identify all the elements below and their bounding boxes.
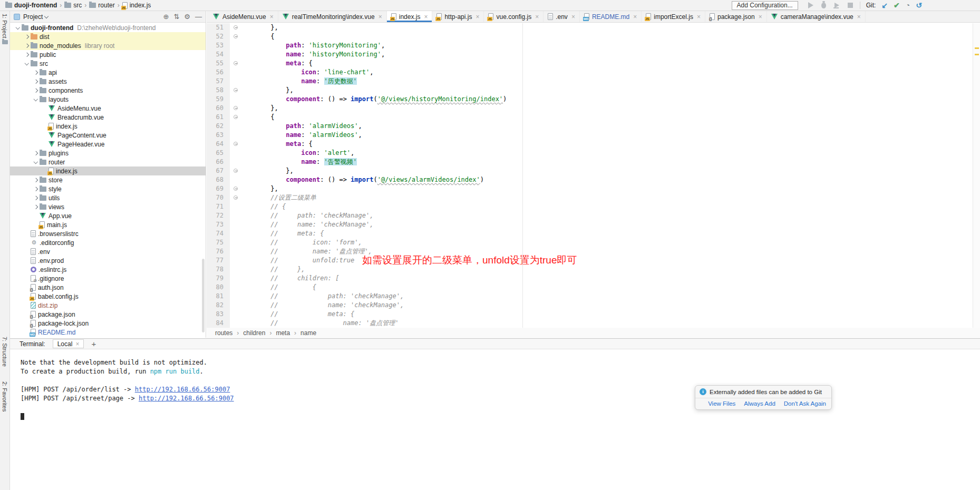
code-line-60[interactable]: 60 }, bbox=[207, 104, 980, 113]
chevron-down-icon[interactable] bbox=[44, 15, 48, 19]
code-line-53[interactable]: 53 path: 'historyMonitoring', bbox=[207, 41, 980, 50]
tree-item-plugins[interactable]: plugins bbox=[10, 149, 206, 158]
collapse-icon[interactable]: ⇅ bbox=[173, 13, 179, 20]
debug-icon[interactable] bbox=[820, 2, 828, 9]
chevron-right-icon[interactable] bbox=[32, 193, 40, 202]
code-line-77[interactable]: 77 // unfold:true如需设置展开的二级菜单，unfold设置为tr… bbox=[207, 256, 980, 265]
close-icon[interactable]: × bbox=[75, 340, 79, 348]
tool-window-button-structure[interactable]: 7: Structure bbox=[0, 337, 9, 367]
breadcrumb-item-router[interactable]: router bbox=[89, 2, 114, 9]
notification-action-don-t-ask-again[interactable]: Don't Ask Again bbox=[784, 400, 826, 407]
chevron-right-icon[interactable] bbox=[23, 41, 31, 50]
editor-tab-env[interactable]: .env× bbox=[544, 11, 580, 22]
breadcrumb-item-src[interactable]: src bbox=[64, 2, 82, 9]
tree-item-auth-json[interactable]: {}auth.json bbox=[10, 283, 206, 292]
tree-item-pageheader-vue[interactable]: PageHeader.vue bbox=[10, 140, 206, 149]
editor-error-stripe[interactable] bbox=[973, 23, 980, 328]
git-revert-icon[interactable]: ↺ bbox=[916, 2, 922, 9]
tree-item-node-modules[interactable]: node_moduleslibrary root bbox=[10, 41, 206, 50]
code-line-61[interactable]: 61 { bbox=[207, 113, 980, 122]
code-line-79[interactable]: 79 // children: [ bbox=[207, 274, 980, 283]
tree-item-duoji-frontend[interactable]: duoji-frontendD:\zheheWeb\duoji-frontend bbox=[10, 23, 206, 32]
code-line-67[interactable]: 67 }, bbox=[207, 166, 980, 175]
code-line-66[interactable]: 66 name: '告警视频' bbox=[207, 158, 980, 166]
close-icon[interactable]: × bbox=[697, 13, 701, 21]
code-line-52[interactable]: 52 { bbox=[207, 32, 980, 41]
code-line-68[interactable]: 68 component: () => import('@/views/alar… bbox=[207, 175, 980, 184]
code-line-57[interactable]: 57 name: '历史数据' bbox=[207, 77, 980, 86]
tree-item-dist-zip[interactable]: dist.zip bbox=[10, 301, 206, 310]
tree-item-app-vue[interactable]: App.vue bbox=[10, 211, 206, 220]
locate-icon[interactable]: ⊕ bbox=[163, 13, 169, 20]
tree-item-browserslistrc[interactable]: .browserslistrc bbox=[10, 229, 206, 238]
tree-item-env-prod[interactable]: .env.prod bbox=[10, 256, 206, 265]
chevron-down-icon[interactable] bbox=[23, 59, 31, 68]
terminal-link[interactable]: http://192.168.66.56:9007 bbox=[135, 386, 230, 393]
tree-item-src[interactable]: src bbox=[10, 59, 206, 68]
chevron-right-icon[interactable] bbox=[32, 175, 40, 184]
tree-item-store[interactable]: store bbox=[10, 175, 206, 184]
code-line-72[interactable]: 72 // path: 'checkManage', bbox=[207, 211, 980, 220]
editor-tab-asidemenu-vue[interactable]: AsideMenu.vue× bbox=[209, 11, 278, 22]
editor-tab-http-api-js[interactable]: JShttp-api.js× bbox=[432, 11, 484, 22]
breadcrumb-item-duoji-frontend[interactable]: duoji-frontend bbox=[5, 2, 57, 9]
warning-mark[interactable] bbox=[975, 47, 979, 49]
code-editor[interactable]: 51 },52 {53 path: 'historyMonitoring',54… bbox=[207, 23, 980, 328]
notification-action-view-files[interactable]: View Files bbox=[708, 400, 735, 407]
tree-item-package-lock-json[interactable]: {}package-lock.json bbox=[10, 319, 206, 328]
project-tree-scrollbar[interactable] bbox=[202, 259, 205, 332]
chevron-right-icon[interactable] bbox=[32, 68, 40, 77]
chevron-down-icon[interactable] bbox=[32, 95, 40, 104]
tree-item-style[interactable]: style bbox=[10, 184, 206, 193]
close-icon[interactable]: × bbox=[535, 13, 539, 21]
tree-item-layouts[interactable]: layouts bbox=[10, 95, 206, 104]
close-icon[interactable]: × bbox=[424, 13, 428, 21]
code-line-76[interactable]: 76 // name: '盘点管理', bbox=[207, 247, 980, 256]
tree-item-asidemenu-vue[interactable]: AsideMenu.vue bbox=[10, 104, 206, 113]
chevron-down-icon[interactable] bbox=[32, 158, 40, 166]
tree-item-pagecontent-vue[interactable]: PageContent.vue bbox=[10, 131, 206, 140]
editor-tab-realtimemonitoring-index-vue[interactable]: realTimeMonitoring\index.vue× bbox=[278, 11, 387, 22]
code-line-51[interactable]: 51 }, bbox=[207, 23, 980, 32]
code-line-70[interactable]: 70 //设置二级菜单 bbox=[207, 193, 980, 202]
code-breadcrumb-meta[interactable]: meta bbox=[276, 329, 290, 337]
editor-tab-index-js[interactable]: JSindex.js× bbox=[387, 11, 433, 22]
code-line-65[interactable]: 65 icon: 'alert', bbox=[207, 149, 980, 158]
code-breadcrumb-name[interactable]: name bbox=[300, 329, 316, 337]
close-icon[interactable]: × bbox=[571, 13, 575, 21]
code-line-58[interactable]: 58 }, bbox=[207, 86, 980, 95]
fold-marker[interactable] bbox=[230, 166, 244, 175]
code-line-83[interactable]: 83 // meta: { bbox=[207, 310, 980, 319]
tree-item-editorconfig[interactable]: ⚙.editorconfig bbox=[10, 238, 206, 247]
fold-marker[interactable] bbox=[230, 104, 244, 113]
tree-item-gitignore[interactable]: ⊘.gitignore bbox=[10, 274, 206, 283]
chevron-right-icon[interactable] bbox=[23, 32, 31, 41]
code-line-63[interactable]: 63 name: 'alarmVideos', bbox=[207, 131, 980, 140]
add-configuration-button[interactable]: Add Configuration... bbox=[732, 1, 798, 10]
code-line-82[interactable]: 82 // name: 'checkManage', bbox=[207, 301, 980, 310]
code-line-84[interactable]: 84 // name: '盘点管理' bbox=[207, 319, 980, 328]
code-line-81[interactable]: 81 // path: 'checkManage', bbox=[207, 292, 980, 301]
tree-item-breadcrumb-vue[interactable]: Breadcrumb.vue bbox=[10, 113, 206, 122]
tree-item-readme-md[interactable]: MDREADME.md bbox=[10, 328, 206, 337]
git-update-icon[interactable]: ↙ bbox=[881, 2, 888, 9]
warning-mark[interactable] bbox=[975, 54, 979, 55]
tree-item-main-js[interactable]: JSmain.js bbox=[10, 220, 206, 229]
terminal-link[interactable]: http://192.168.66.56:9007 bbox=[139, 395, 234, 402]
terminal-tab-local[interactable]: Local × bbox=[53, 339, 84, 348]
editor-tab-vue-config-js[interactable]: JSvue.config.js× bbox=[484, 11, 544, 22]
code-line-69[interactable]: 69 }, bbox=[207, 184, 980, 193]
code-breadcrumb-routes[interactable]: routes bbox=[215, 329, 232, 337]
tree-item-index-js[interactable]: JSindex.js bbox=[10, 122, 206, 131]
chevron-right-icon[interactable] bbox=[32, 202, 40, 211]
tree-item-dist[interactable]: dist bbox=[10, 32, 206, 41]
fold-marker[interactable] bbox=[230, 59, 244, 68]
chevron-right-icon[interactable] bbox=[23, 50, 31, 59]
tree-item-router[interactable]: router bbox=[10, 158, 206, 166]
chevron-right-icon[interactable] bbox=[32, 149, 40, 158]
notification-action-always-add[interactable]: Always Add bbox=[744, 400, 775, 407]
settings-icon[interactable]: ⚙ bbox=[184, 13, 190, 20]
editor-tab-readme-md[interactable]: MDREADME.md× bbox=[580, 11, 642, 22]
editor-tab-package-json[interactable]: {}package.json× bbox=[705, 11, 767, 22]
code-line-75[interactable]: 75 // icon: 'form', bbox=[207, 238, 980, 247]
